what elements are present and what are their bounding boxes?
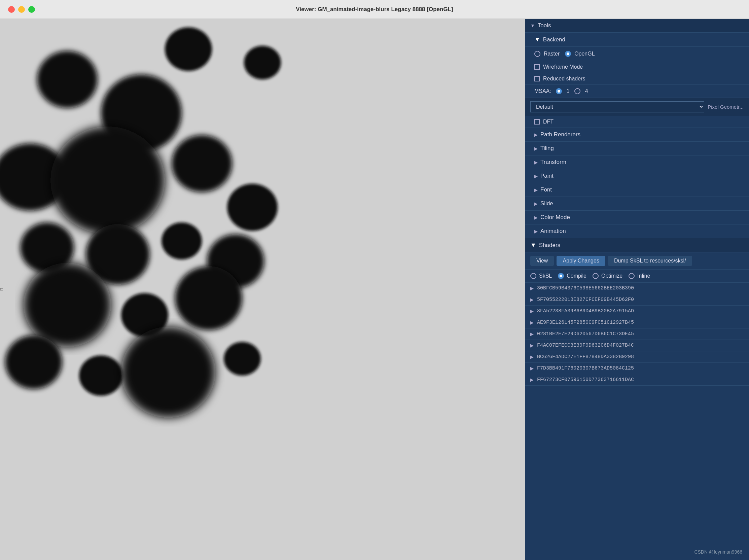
shader-list: ▶ 30BFCB59B4376C598E5662BEE203B390 ▶ 5F7… bbox=[525, 283, 749, 386]
shader-list-item[interactable]: ▶ F4AC07EFECC3E39F9D632C6D4F027B4C bbox=[525, 340, 749, 351]
close-button[interactable] bbox=[8, 6, 15, 13]
wireframe-checkbox[interactable] bbox=[534, 64, 540, 70]
shader-hash-text: 0281BE2E7E29D620567D6B6C1C73DE45 bbox=[537, 331, 634, 337]
shader-expand-icon: ▶ bbox=[530, 343, 534, 348]
color-mode-section[interactable]: ▶ Color Mode bbox=[525, 211, 749, 224]
msaa-row: MSAA: 1 4 bbox=[525, 85, 749, 98]
color-mode-label: Color Mode bbox=[540, 214, 570, 221]
shader-hash-text: BC626F4ADC27E1FF87848DA3382B9298 bbox=[537, 354, 634, 360]
side-panel: ▼ Tools ▼ Backend Raster OpenGL Wirefram… bbox=[525, 19, 749, 560]
window-title: Viewer: GM_animated-image-blurs Legacy 8… bbox=[296, 6, 453, 13]
font-section[interactable]: ▶ Font bbox=[525, 183, 749, 197]
opengl-radio-group[interactable]: OpenGL bbox=[565, 51, 595, 57]
transform-label: Transform bbox=[540, 159, 566, 166]
view-button[interactable]: View bbox=[530, 256, 554, 266]
minimize-button[interactable] bbox=[18, 6, 25, 13]
sksl-option[interactable]: SkSL bbox=[530, 273, 552, 279]
backend-arrow-icon: ▼ bbox=[534, 36, 540, 43]
color-mode-arrow-icon: ▶ bbox=[534, 215, 538, 220]
msaa-4-label: 4 bbox=[585, 88, 588, 94]
shader-list-item[interactable]: ▶ 30BFCB59B4376C598E5662BEE203B390 bbox=[525, 283, 749, 294]
tiling-label: Tiling bbox=[540, 145, 554, 152]
blob-6 bbox=[172, 135, 232, 192]
transform-section[interactable]: ▶ Transform bbox=[525, 155, 749, 169]
blob-5 bbox=[50, 127, 165, 234]
animation-label: Animation bbox=[540, 228, 566, 235]
shader-expand-icon: ▶ bbox=[530, 366, 534, 371]
maximize-button[interactable] bbox=[28, 6, 35, 13]
tiling-section[interactable]: ▶ Tiling bbox=[525, 142, 749, 155]
opengl-radio[interactable] bbox=[565, 51, 571, 57]
animation-section[interactable]: ▶ Animation bbox=[525, 224, 749, 238]
slide-section[interactable]: ▶ Slide bbox=[525, 197, 749, 211]
path-renderers-section[interactable]: ▶ Path Renderers bbox=[525, 128, 749, 142]
tools-arrow-icon: ▼ bbox=[530, 23, 535, 28]
sksl-label: SkSL bbox=[539, 273, 552, 279]
transform-arrow-icon: ▶ bbox=[534, 160, 538, 165]
optimize-label: Optimize bbox=[601, 273, 622, 279]
sksl-radio[interactable] bbox=[530, 273, 536, 279]
raster-label: Raster bbox=[544, 51, 560, 57]
font-arrow-icon: ▶ bbox=[534, 188, 538, 193]
blob-7 bbox=[227, 184, 278, 231]
compile-option[interactable]: Compile bbox=[558, 273, 586, 279]
watermark-text: CSDN @feynman9966 bbox=[694, 549, 742, 555]
path-renderers-label: Path Renderers bbox=[540, 131, 580, 138]
shader-buttons-row: View Apply Changes Dump SkSL to resource… bbox=[525, 252, 749, 270]
reduced-shaders-checkbox[interactable] bbox=[534, 76, 540, 82]
shader-list-item[interactable]: ▶ BC626F4ADC27E1FF87848DA3382B9298 bbox=[525, 351, 749, 363]
blob-10 bbox=[162, 222, 202, 259]
optimize-option[interactable]: Optimize bbox=[593, 273, 622, 279]
reduced-shaders-row: Reduced shaders bbox=[525, 73, 749, 85]
default-dropdown[interactable]: Default bbox=[530, 101, 704, 112]
shader-list-item[interactable]: ▶ FF67273CF07596150D77363716611DAC bbox=[525, 374, 749, 386]
backend-header[interactable]: ▼ Backend bbox=[525, 33, 749, 47]
slide-label: Slide bbox=[540, 200, 553, 207]
msaa-label: MSAA: bbox=[534, 88, 551, 94]
shader-list-item[interactable]: ▶ 8FA52238FA39B6B9D4B9B20B2A7915AD bbox=[525, 306, 749, 317]
backend-subsection: ▼ Backend Raster OpenGL Wireframe Mode R… bbox=[525, 33, 749, 98]
animation-arrow-icon: ▶ bbox=[534, 229, 538, 234]
shader-expand-icon: ▶ bbox=[530, 354, 534, 360]
blob-16 bbox=[79, 356, 123, 396]
shader-hash-text: F4AC07EFECC3E39F9D632C6D4F027B4C bbox=[537, 343, 634, 348]
dft-row: DFT bbox=[525, 116, 749, 128]
wireframe-row: Wireframe Mode bbox=[525, 61, 749, 73]
raster-radio-group[interactable]: Raster bbox=[534, 51, 560, 57]
edge-label: rf bbox=[0, 288, 4, 291]
shader-options-row: SkSL Compile Optimize Inline bbox=[525, 270, 749, 283]
blob-18 bbox=[224, 342, 261, 375]
shader-list-item[interactable]: ▶ AE9F3E126145F2850C9FC51C12927B45 bbox=[525, 317, 749, 328]
dft-checkbox[interactable] bbox=[534, 119, 540, 125]
optimize-radio[interactable] bbox=[593, 273, 599, 279]
msaa-4-radio[interactable] bbox=[574, 88, 580, 94]
msaa-1-radio[interactable] bbox=[556, 88, 562, 94]
dropdown-row: Default Pixel Geometr... bbox=[525, 98, 749, 116]
inline-option[interactable]: Inline bbox=[628, 273, 650, 279]
shader-list-item[interactable]: ▶ 5F705522201BE827CFCEF09B445D62F0 bbox=[525, 294, 749, 306]
shader-expand-icon: ▶ bbox=[530, 331, 534, 337]
blob-1 bbox=[165, 27, 212, 71]
blob-12 bbox=[24, 263, 111, 347]
title-bar: Viewer: GM_animated-image-blurs Legacy 8… bbox=[0, 0, 749, 19]
apply-changes-button[interactable]: Apply Changes bbox=[557, 256, 605, 266]
shader-hash-text: 5F705522201BE827CFCEF09B445D62F0 bbox=[537, 297, 634, 303]
shader-list-item[interactable]: ▶ F7D3BB491F76020307B673AD5084C125 bbox=[525, 363, 749, 374]
inline-label: Inline bbox=[637, 273, 650, 279]
canvas-svg bbox=[0, 19, 525, 560]
shaders-header[interactable]: ▼ Shaders bbox=[525, 238, 749, 252]
shaders-label: Shaders bbox=[539, 242, 560, 249]
compile-radio[interactable] bbox=[558, 273, 564, 279]
pixel-geometry-label: Pixel Geometr... bbox=[708, 104, 744, 110]
inline-radio[interactable] bbox=[628, 273, 635, 279]
dump-sksl-button[interactable]: Dump SkSL to resources/sksl/ bbox=[608, 256, 692, 266]
tools-section-header[interactable]: ▼ Tools bbox=[525, 19, 749, 33]
raster-radio[interactable] bbox=[534, 51, 540, 57]
compile-label: Compile bbox=[566, 273, 586, 279]
shader-hash-text: FF67273CF07596150D77363716611DAC bbox=[537, 377, 634, 383]
window-controls[interactable] bbox=[8, 6, 35, 13]
shader-expand-icon: ▶ bbox=[530, 297, 534, 302]
paint-section[interactable]: ▶ Paint bbox=[525, 169, 749, 183]
shader-list-item[interactable]: ▶ 0281BE2E7E29D620567D6B6C1C73DE45 bbox=[525, 328, 749, 340]
shader-expand-icon: ▶ bbox=[530, 377, 534, 382]
